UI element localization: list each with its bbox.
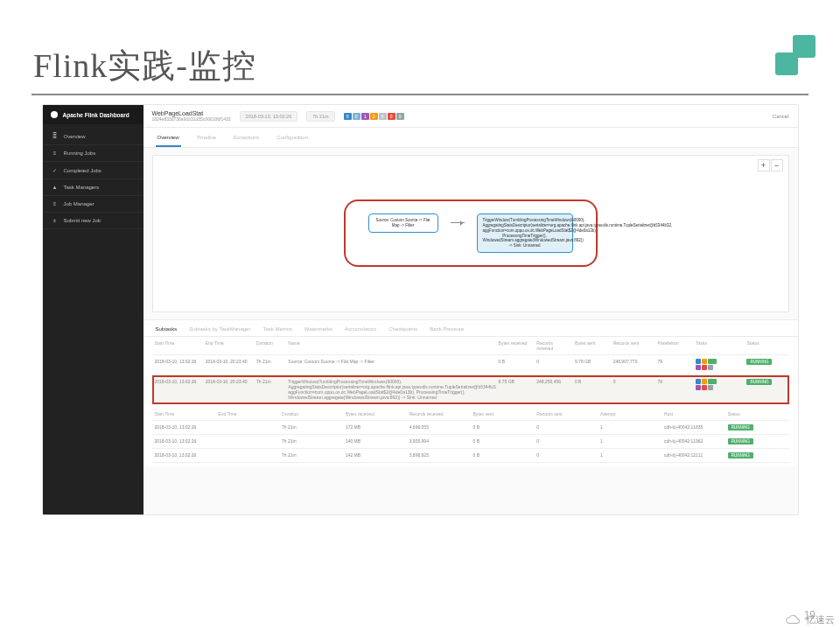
flink-icon [50,110,59,119]
svg-point-0 [51,111,58,118]
table-row[interactable]: 2018-03-10, 13:02:262018-03-10, 20:23:40… [152,375,789,404]
sidebar-item[interactable]: ▲Task Managers [43,179,144,196]
cancel-button[interactable]: Cancel [773,114,789,119]
operator-source[interactable]: Source: Custom Source -> Flat Map -> Fil… [368,214,438,233]
job-name: WebPageLoadStat [152,110,231,116]
sidebar-item[interactable]: ≡Running Jobs [43,145,144,162]
status-badge: 0 [379,113,387,120]
status-badges: 0012000 [344,113,404,120]
dashboard-screenshot: Apache Flink Dashboard ≣Overview≡Running… [42,104,799,515]
nav-icon: ▲ [52,185,59,190]
zoom-out-button[interactable]: − [771,159,783,172]
nav-icon: ≡ [52,201,59,206]
subtab[interactable]: Subtasks by TaskManager [189,324,250,334]
watermark-text: 亿速云 [806,613,835,626]
nav-label: Submit new Job [64,218,102,223]
tasks-table-wrap: Start TimeEnd TimeDurationNameBytes rece… [144,337,798,408]
sidebar-item[interactable]: ≡Job Manager [43,196,144,213]
subtab[interactable]: Subtasks [156,324,178,334]
graph-tools: + − [758,159,783,172]
status-badge: 0 [388,113,396,120]
operator-window-sink[interactable]: TriggerWindow(TumblingProcessingTimeWind… [477,214,573,253]
status-badge: 0 [353,113,360,120]
sidebar: Apache Flink Dashboard ≣Overview≡Running… [43,105,144,514]
sidebar-item[interactable]: ±Submit new Job [43,213,144,229]
subtasks-table: Start TimeEnd TimeDurationBytes received… [152,408,789,463]
subtabs: SubtasksSubtasks by TaskManagerTask Metr… [144,319,798,337]
job-heading: WebPageLoadStat 1824e833d736a91b31d35c06… [152,110,231,122]
nav-icon: ≡ [52,150,59,156]
divider [32,94,808,95]
table-row[interactable]: 2018-03-10, 13:02:262018-03-10, 20:23:40… [152,355,789,375]
nav-label: Completed Jobs [64,168,102,173]
brand: Apache Flink Dashboard [43,105,144,124]
status-badge: 0 [396,113,404,120]
nav: ≣Overview≡Running Jobs✓Completed Jobs▲Ta… [43,128,144,229]
nav-icon: ≣ [52,133,59,139]
watermark: 亿速云 [785,613,835,626]
status-badge: 0 [344,113,352,120]
sidebar-item[interactable]: ✓Completed Jobs [43,162,144,179]
job-id: 1824e833d736a91b31d35c066106f1433 [152,116,231,122]
tab[interactable]: Configuration [275,131,310,147]
nav-label: Job Manager [64,201,94,206]
topbar: WebPageLoadStat 1824e833d736a91b31d35c06… [144,105,798,128]
job-graph[interactable]: + − Source: Custom Source -> Flat Map ->… [152,155,789,312]
sidebar-item[interactable]: ≣Overview [43,128,144,145]
status-badge: 1 [361,113,369,120]
zoom-in-button[interactable]: + [758,159,770,172]
tab[interactable]: Overview [156,131,181,147]
table-row[interactable]: 2018-03-10, 13:02:267h 21m140 MB3,905,99… [152,435,789,449]
tab[interactable]: Exceptions [232,131,261,147]
subtab[interactable]: Accumulators [345,324,376,334]
nav-label: Running Jobs [64,150,96,156]
main: WebPageLoadStat 1824e833d736a91b31d35c06… [144,105,798,514]
subtab[interactable]: Checkpoints [388,324,417,334]
job-start-time: 2018-03-10, 13:02:26 [240,111,298,122]
subtab[interactable]: Watermarks [304,324,332,334]
tasks-table: Start TimeEnd TimeDurationNameBytes rece… [152,337,789,404]
nav-icon: ± [52,218,59,223]
deco-icon [775,35,816,75]
brand-label: Apache Flink Dashboard [63,112,130,118]
subtasks-table-wrap: Start TimeEnd TimeDurationBytes received… [144,408,798,466]
subtab[interactable]: Back Pressure [430,324,464,334]
nav-icon: ✓ [52,167,59,173]
table-row[interactable]: 2018-03-10, 13:02:267h 21m142 MB3,898,92… [152,449,789,463]
table-row[interactable]: 2018-03-10, 13:02:267h 21m172 MB4,696,05… [152,421,789,435]
slide-title: Flink实践-监控 [33,44,814,88]
status-badge: 2 [370,113,378,120]
subtab[interactable]: Task Metrics [262,324,291,334]
job-duration: 7h 21m [306,111,334,122]
tabs: OverviewTimelineExceptionsConfiguration [144,128,798,148]
arrow-icon [451,222,465,223]
nav-label: Overview [64,134,86,139]
dag-highlight: Source: Custom Source -> Flat Map -> Fil… [344,200,598,267]
cloud-icon [785,614,802,626]
tab[interactable]: Timeline [195,131,218,147]
nav-label: Task Managers [64,185,100,190]
